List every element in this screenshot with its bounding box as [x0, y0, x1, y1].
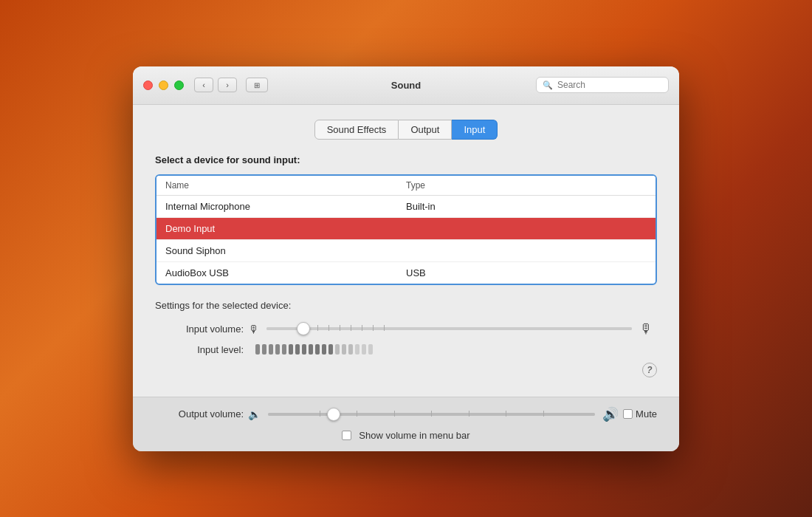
- level-bar: [255, 344, 260, 355]
- level-bar: [275, 344, 280, 355]
- table-row[interactable]: AudioBox USB USB: [156, 262, 656, 284]
- level-bar: [262, 344, 266, 355]
- device-name: Demo Input: [165, 223, 406, 234]
- mute-label: Mute: [636, 408, 657, 420]
- forward-button[interactable]: ›: [218, 78, 237, 92]
- level-bar: [295, 344, 300, 355]
- bottom-bar: Output volume: 🔈 🔊 Mute: [133, 397, 679, 451]
- level-bar: [355, 344, 359, 355]
- traffic-lights: [143, 81, 184, 90]
- help-row: ?: [155, 363, 657, 377]
- level-bar: [315, 344, 320, 355]
- device-type: [406, 223, 647, 234]
- column-type: Type: [406, 180, 647, 191]
- input-volume-row: Input volume: 🎙: [155, 321, 657, 337]
- settings-section: Settings for the selected device: Input …: [155, 300, 657, 355]
- level-bar: [282, 344, 286, 355]
- level-bar: [335, 344, 340, 355]
- grid-icon: ⊞: [254, 81, 260, 89]
- level-bar: [269, 344, 273, 355]
- grid-view-button[interactable]: ⊞: [246, 78, 268, 92]
- device-type: USB: [406, 267, 647, 278]
- close-button[interactable]: [143, 81, 153, 90]
- output-volume-thumb[interactable]: [327, 408, 340, 421]
- level-bar: [322, 344, 326, 355]
- microphone-large-icon: 🎙: [639, 321, 653, 337]
- tab-output[interactable]: Output: [399, 120, 452, 140]
- help-button[interactable]: ?: [642, 363, 657, 377]
- sound-preferences-window: ‹ › ⊞ Sound 🔍 Sound Effects Output Input…: [133, 66, 679, 451]
- device-type: [406, 245, 647, 256]
- search-icon: 🔍: [543, 81, 553, 90]
- output-volume-slider[interactable]: [268, 413, 595, 416]
- level-bar: [362, 344, 366, 355]
- table-row[interactable]: Internal Microphone Built-in: [156, 196, 656, 218]
- show-volume-label: Show volume in menu bar: [359, 430, 469, 441]
- level-bar: [309, 344, 313, 355]
- main-content: Sound Effects Output Input Select a devi…: [133, 105, 679, 397]
- back-button[interactable]: ‹: [194, 78, 213, 92]
- mute-checkbox[interactable]: [623, 409, 633, 419]
- speaker-small-icon: 🔈: [248, 408, 261, 420]
- table-row[interactable]: Demo Input: [156, 218, 656, 240]
- chevron-right-icon: ›: [226, 81, 229, 89]
- search-input[interactable]: [557, 80, 662, 90]
- speaker-large-icon: 🔊: [602, 406, 619, 422]
- table-row[interactable]: Sound Siphon: [156, 240, 656, 262]
- settings-title: Settings for the selected device:: [155, 300, 657, 311]
- device-section-title: Select a device for sound input:: [155, 154, 657, 165]
- device-name: AudioBox USB: [165, 267, 406, 278]
- search-bar[interactable]: 🔍: [536, 77, 669, 93]
- column-name: Name: [165, 180, 406, 191]
- level-bar: [342, 344, 346, 355]
- input-level-meter: [255, 344, 657, 355]
- level-bar: [289, 344, 293, 355]
- show-volume-checkbox[interactable]: [342, 431, 351, 440]
- minimize-button[interactable]: [159, 81, 168, 90]
- level-bar: [348, 344, 353, 355]
- output-volume-row: Output volume: 🔈 🔊 Mute: [155, 406, 657, 422]
- level-bar: [368, 344, 373, 355]
- window-title: Sound: [391, 80, 421, 91]
- level-bar: [302, 344, 306, 355]
- input-volume-label: Input volume:: [155, 323, 244, 335]
- nav-buttons: ‹ › ⊞: [194, 78, 268, 92]
- show-volume-row: Show volume in menu bar: [155, 430, 657, 441]
- device-type: Built-in: [406, 201, 647, 212]
- table-header: Name Type: [156, 176, 656, 196]
- input-level-label: Input level:: [155, 344, 244, 355]
- chevron-left-icon: ‹: [202, 81, 205, 89]
- device-name: Internal Microphone: [165, 201, 406, 212]
- input-level-row: Input level:: [155, 344, 657, 355]
- output-volume-label: Output volume:: [155, 408, 244, 420]
- tab-bar: Sound Effects Output Input: [155, 120, 657, 140]
- device-table: Name Type Internal Microphone Built-in D…: [155, 174, 657, 285]
- tab-input[interactable]: Input: [452, 120, 498, 140]
- microphone-small-icon: 🎙: [248, 323, 259, 335]
- tab-sound-effects[interactable]: Sound Effects: [314, 120, 399, 140]
- input-volume-thumb[interactable]: [297, 322, 310, 335]
- level-bar: [328, 344, 333, 355]
- maximize-button[interactable]: [174, 81, 184, 90]
- input-volume-slider[interactable]: [266, 327, 632, 330]
- titlebar: ‹ › ⊞ Sound 🔍: [133, 66, 679, 105]
- device-name: Sound Siphon: [165, 245, 406, 256]
